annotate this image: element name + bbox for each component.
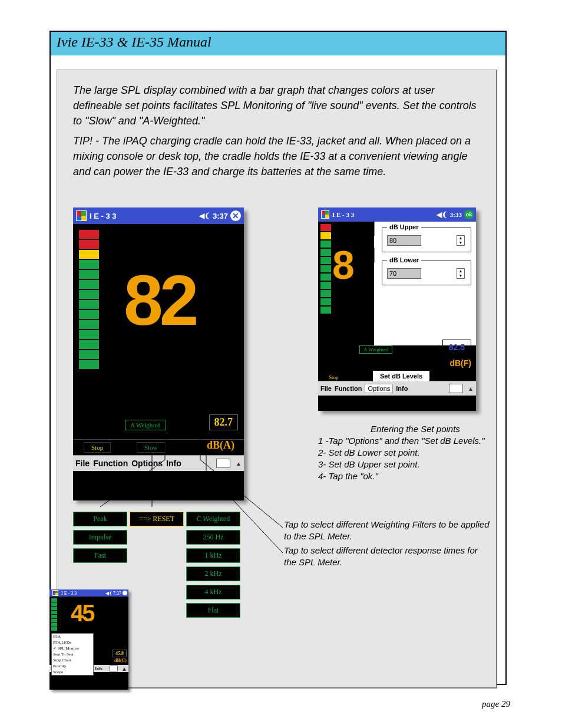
menu-item-checked[interactable]: SPL Monitor	[52, 645, 93, 651]
windows-start-icon[interactable]	[321, 210, 329, 219]
detector-selector[interactable]: Slow	[137, 442, 166, 453]
db-upper-input[interactable]: 80	[387, 235, 421, 246]
opt-impulse[interactable]: Impulse	[73, 530, 127, 545]
page-number: page 29	[482, 699, 510, 709]
close-icon[interactable]: ✕	[230, 210, 241, 221]
clock: 7:37	[113, 591, 121, 596]
menu-file[interactable]: File	[75, 459, 90, 468]
db-upper-label: dB Upper	[387, 223, 421, 230]
instr-header: Entering the Set points	[318, 423, 489, 435]
spl-monitor-screenshot-large: I E - 3 3 ◀❨ 3:37 ✕ 82 A Weighted 82.7 d…	[73, 207, 244, 500]
db-lower-spinner[interactable]: ▲▼	[457, 268, 465, 279]
sip-chevron-up-icon[interactable]: ▲	[236, 460, 242, 467]
windows-start-icon[interactable]	[52, 590, 58, 596]
speaker-icon[interactable]: ◀❨	[437, 210, 448, 219]
menubar: File Function Options Info ▲	[73, 455, 244, 471]
set-points-instructions: Entering the Set points 1 -Tap "Options"…	[318, 423, 489, 482]
opt-fast[interactable]: Fast	[73, 548, 127, 563]
spl-unit: dB(F)	[449, 358, 471, 368]
menu-function[interactable]: Function	[335, 385, 362, 392]
page-title: Ivie IE-33 & IE-35 Manual	[57, 34, 211, 50]
speaker-icon[interactable]: ◀❨	[105, 591, 113, 596]
spl-minor-readout: 45.8	[113, 650, 127, 657]
menu-options[interactable]: Options	[365, 384, 393, 393]
spl-unit: dB(C)	[114, 658, 127, 663]
spl-big-readout: 45	[71, 600, 94, 627]
ok-button[interactable]: ok	[464, 210, 474, 219]
db-lower-input[interactable]: 70	[387, 268, 421, 279]
annotation-weighting: Tap to select different Weighting Filter…	[284, 519, 490, 542]
menu-item[interactable]: Scope	[52, 669, 93, 675]
weighting-selector[interactable]: A Weighted	[359, 345, 392, 354]
opt-4khz[interactable]: 4 kHz	[186, 585, 240, 599]
close-icon[interactable]	[123, 591, 127, 595]
clock: 3:37	[213, 212, 228, 220]
instr-4: 4- Tap the "ok."	[318, 470, 489, 482]
menu-info[interactable]: Info	[396, 385, 408, 392]
level-bargraph	[79, 230, 99, 369]
stop-button[interactable]: Stop	[84, 442, 111, 453]
instr-3: 3- Set dB Upper set point.	[318, 459, 489, 470]
partial-readout: 8	[332, 242, 373, 283]
db-upper-group: dB Upper 80 ▲▼	[382, 228, 471, 252]
body-copy: The large SPL display combined with a ba…	[73, 83, 485, 184]
sip-keyboard-icon[interactable]	[449, 384, 463, 393]
opt-peak[interactable]: Peak	[73, 512, 127, 526]
db-lower-group: dB Lower 70 ▲▼	[382, 261, 471, 285]
set-db-levels-screenshot: I E - 3 3 ◀❨ 3:33 ok 8 dB Upper	[318, 207, 476, 410]
menu-item[interactable]: Seat To Seat	[52, 651, 93, 657]
function-menu-screenshot-mini: I E - 3 3 ◀❨ 7:37 45 RTA RTA LEDs SPL Mo…	[49, 589, 128, 690]
spl-unit: dB(A)	[203, 438, 238, 453]
menu-item[interactable]: Polarity	[52, 663, 93, 669]
menu-function[interactable]: Function	[93, 459, 128, 468]
instr-1: 1 -Tap "Options" and then "Set dB Levels…	[318, 435, 489, 447]
menu-item[interactable]: RTA LEDs	[52, 640, 93, 645]
level-bargraph-mini	[51, 598, 57, 631]
opt-reset[interactable]: ==> RESET	[130, 512, 184, 526]
sip-keyboard-icon[interactable]	[216, 459, 230, 468]
menu-options[interactable]: Options	[131, 459, 163, 468]
menu-file[interactable]: File	[320, 385, 332, 392]
db-upper-spinner[interactable]: ▲▼	[457, 235, 465, 246]
sip-keyboard-icon[interactable]	[110, 666, 118, 671]
opt-2khz[interactable]: 2 kHz	[186, 566, 240, 581]
menu-info[interactable]: Info	[95, 666, 102, 671]
tab-set-db-levels[interactable]: Set dB Levels	[372, 370, 430, 381]
windows-start-icon[interactable]	[76, 210, 87, 221]
annotation-detector: Tap to select different detector respons…	[284, 545, 490, 568]
spl-minor-readout: 82.5	[442, 340, 471, 355]
stop-button[interactable]: Stop	[324, 374, 343, 381]
sip-chevron-up-icon[interactable]: ▲	[468, 386, 474, 392]
clock: 3:33	[450, 211, 462, 218]
paragraph-2: TIP! - The iPAQ charging cradle can hold…	[73, 133, 485, 179]
weighting-options-column: C Weighted 250 Hz 1 kHz 2 kHz 4 kHz Flat	[186, 512, 240, 621]
speaker-icon[interactable]: ◀❨	[199, 212, 210, 220]
menu-item[interactable]: Strip Chart	[52, 657, 93, 663]
menu-info[interactable]: Info	[166, 459, 181, 468]
function-popup-menu[interactable]: RTA RTA LEDs SPL Monitor Seat To Seat St…	[51, 633, 94, 676]
sip-chevron-up-icon[interactable]: ▲	[121, 666, 127, 672]
opt-flat[interactable]: Flat	[186, 603, 240, 618]
detector-options-column: Peak Impulse Fast	[73, 512, 127, 566]
menubar: File Function Options Info ▲	[318, 381, 476, 396]
instr-2: 2- Set dB Lower set point.	[318, 447, 489, 459]
reset-column: ==> RESET	[130, 512, 184, 530]
opt-cweighted[interactable]: C Weighted	[186, 512, 240, 526]
weighting-selector[interactable]: A Weighted	[125, 420, 166, 430]
opt-250hz[interactable]: 250 Hz	[186, 530, 240, 545]
spl-minor-readout: 82.7	[209, 414, 239, 430]
paragraph-1: The large SPL display combined with a ba…	[73, 83, 485, 129]
window-titlebar: I E - 3 3 ◀❨ 3:37 ✕	[73, 207, 244, 224]
app-title: I E - 3 3	[332, 211, 354, 218]
opt-1khz[interactable]: 1 kHz	[186, 548, 240, 563]
db-lower-label: dB Lower	[387, 256, 421, 263]
spl-big-readout: 82	[124, 259, 195, 341]
app-title: I E - 3 3	[90, 212, 117, 220]
app-title: I E - 3 3	[61, 591, 77, 596]
level-bargraph-small	[320, 224, 331, 314]
menu-item[interactable]: RTA	[52, 634, 93, 640]
